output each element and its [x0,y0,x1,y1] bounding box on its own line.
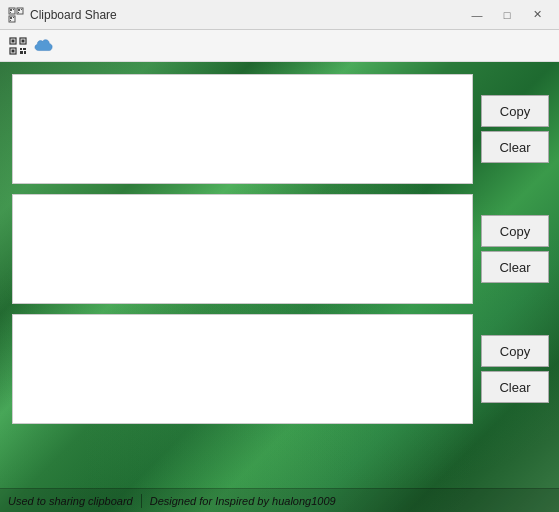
close-button[interactable]: ✕ [523,5,551,25]
svg-rect-20 [20,51,23,54]
cloud-icon[interactable] [34,36,54,56]
clip-buttons-3: Copy Clear [481,314,549,424]
maximize-button[interactable]: □ [493,5,521,25]
clipboard-textarea-3[interactable] [12,314,473,424]
clip-row-1: Copy Clear [12,74,549,184]
title-bar-title: Clipboard Share [30,8,117,22]
svg-rect-15 [22,39,25,42]
content-area: Copy Clear Copy Clear Copy Clear [0,62,559,488]
svg-rect-10 [13,17,14,18]
title-bar: Clipboard Share — □ ✕ [0,0,559,30]
svg-rect-1 [10,9,12,11]
app-icon [8,7,24,23]
clip-row-2: Copy Clear [12,194,549,304]
svg-rect-18 [20,48,22,50]
svg-rect-17 [12,49,15,52]
status-left-text: Used to sharing clipboard [8,495,133,507]
svg-rect-7 [18,12,19,13]
svg-rect-13 [12,39,15,42]
clip-buttons-2: Copy Clear [481,194,549,304]
main-area: Copy Clear Copy Clear Copy Clear Used to… [0,62,559,512]
svg-rect-2 [13,9,14,10]
svg-rect-21 [24,51,26,54]
copy-button-2[interactable]: Copy [481,215,549,247]
minimize-button[interactable]: — [463,5,491,25]
status-divider [141,494,142,508]
svg-rect-19 [23,48,26,50]
qr-icon[interactable] [8,36,28,56]
svg-rect-6 [21,9,22,10]
clear-button-3[interactable]: Clear [481,371,549,403]
status-right-text: Designed for Inspired by hualong1009 [150,495,336,507]
clip-row-3: Copy Clear [12,314,549,424]
title-bar-left: Clipboard Share [8,7,117,23]
clear-button-1[interactable]: Clear [481,131,549,163]
clip-buttons-1: Copy Clear [481,74,549,184]
clipboard-textarea-1[interactable] [12,74,473,184]
status-bar: Used to sharing clipboard Designed for I… [0,488,559,512]
clipboard-textarea-2[interactable] [12,194,473,304]
copy-button-1[interactable]: Copy [481,95,549,127]
title-bar-controls: — □ ✕ [463,5,551,25]
toolbar [0,30,559,62]
svg-rect-11 [10,20,11,21]
svg-rect-5 [18,9,20,11]
copy-button-3[interactable]: Copy [481,335,549,367]
svg-rect-9 [10,17,12,19]
clear-button-2[interactable]: Clear [481,251,549,283]
svg-rect-3 [10,12,11,13]
